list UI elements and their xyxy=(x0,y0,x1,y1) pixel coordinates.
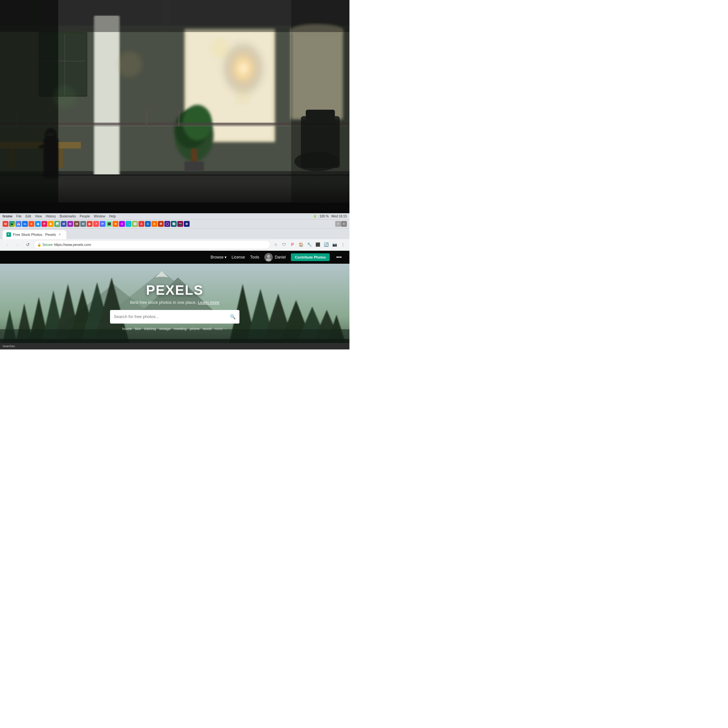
tag-phone[interactable]: phone xyxy=(190,327,200,331)
menu-edit[interactable]: Edit xyxy=(26,214,31,218)
ext15-icon[interactable]: A xyxy=(119,221,125,227)
svg-point-42 xyxy=(54,86,76,108)
address-bar[interactable]: 🔒 Secure https://www.pexels.com xyxy=(34,240,271,249)
more-actions-button[interactable]: ⋮ xyxy=(339,241,347,248)
app-name: hrome xyxy=(3,214,12,218)
ext4-icon[interactable]: ▶ xyxy=(48,221,54,227)
new-tab-icon[interactable]: + xyxy=(335,221,341,227)
nav-bar: ‹ › ↺ 🔒 Secure https://www.pexels.com ☆ … xyxy=(0,239,349,251)
ext18-icon[interactable]: A xyxy=(139,221,144,227)
search-input[interactable] xyxy=(114,314,230,319)
ext7-icon[interactable]: M xyxy=(67,221,73,227)
ext11-icon[interactable]: 〃 xyxy=(93,221,99,227)
menu-view[interactable]: View xyxy=(35,214,42,218)
tag-vintage[interactable]: vintage xyxy=(159,327,171,331)
tag-house[interactable]: house xyxy=(122,327,132,331)
website-content: Browse ▾ License Tools Daniel Contribute… xyxy=(0,251,349,349)
tag-blur[interactable]: blur xyxy=(135,327,141,331)
hero-subtitle: Best free stock photos in one place. Lea… xyxy=(130,300,219,305)
ext17-icon[interactable]: ⬜ xyxy=(132,221,138,227)
gmail-icon[interactable]: M xyxy=(3,221,8,227)
ext22-icon[interactable]: ◯ xyxy=(164,221,170,227)
menu-file[interactable]: File xyxy=(17,214,22,218)
system-status: 🔋 100 % Wed 16:15 xyxy=(313,214,347,218)
ext19-icon[interactable]: A xyxy=(145,221,151,227)
pexels-nav-left: Browse ▾ License Tools xyxy=(6,255,259,260)
browse-menu[interactable]: Browse ▾ xyxy=(211,255,226,260)
ext24-icon[interactable]: 📷 xyxy=(177,221,183,227)
user-name: Daniel xyxy=(275,255,286,260)
menu-help[interactable]: Help xyxy=(109,214,116,218)
pinterest-icon[interactable]: P xyxy=(289,241,297,248)
ext12-icon[interactable]: ⟳ xyxy=(99,221,106,227)
ext23-icon[interactable]: 🔄 xyxy=(171,221,177,227)
contribute-photos-button[interactable]: Contribute Photos xyxy=(291,253,330,261)
svg-rect-47 xyxy=(49,142,58,145)
svg-point-52 xyxy=(267,255,270,258)
svg-rect-43 xyxy=(0,0,349,32)
menu-people[interactable]: People xyxy=(80,214,90,218)
svg-rect-46 xyxy=(48,144,58,160)
ext10-icon[interactable]: ▶ xyxy=(87,221,93,227)
search-box[interactable]: 🔍 xyxy=(110,310,239,324)
more-options-button[interactable]: ••• xyxy=(335,254,343,260)
license-link[interactable]: License xyxy=(232,255,245,260)
taskbar: Searches xyxy=(0,343,349,349)
tab-close-button[interactable]: × xyxy=(57,232,63,237)
forward-button[interactable]: › xyxy=(13,240,22,249)
tag-training[interactable]: training xyxy=(144,327,156,331)
ext13-icon[interactable]: ⬛ xyxy=(106,221,112,227)
search-icon: 🔍 xyxy=(230,314,236,320)
tab-title: Free Stock Photos · Pexels xyxy=(13,232,56,237)
ext6-icon[interactable]: M xyxy=(61,221,67,227)
ext-action5[interactable]: 📷 xyxy=(331,241,338,248)
ext20-icon[interactable]: A xyxy=(151,221,157,227)
ext25-icon[interactable]: ⊕ xyxy=(184,221,190,227)
close-tab-icon[interactable]: × xyxy=(341,221,347,227)
menu-window[interactable]: Window xyxy=(94,214,106,218)
ext9-icon[interactable]: M xyxy=(80,221,86,227)
ext21-icon[interactable]: ⚙ xyxy=(158,221,164,227)
ext1-icon[interactable]: ● xyxy=(29,221,34,227)
tag-wood[interactable]: wood xyxy=(203,327,211,331)
menu-bookmarks[interactable]: Bookmarks xyxy=(60,214,76,218)
svg-rect-27 xyxy=(145,110,148,126)
svg-point-41 xyxy=(235,89,251,105)
secure-label: Secure xyxy=(42,243,53,246)
refresh-button[interactable]: ↺ xyxy=(23,240,32,249)
tools-link[interactable]: Tools xyxy=(250,255,259,260)
shield-icon[interactable]: 🛡 xyxy=(280,241,288,248)
gdrive-icon[interactable]: ▲ xyxy=(9,221,15,227)
ext16-icon[interactable]: 🔧 xyxy=(125,221,132,227)
active-tab[interactable]: P Free Stock Photos · Pexels × xyxy=(3,230,66,239)
taskbar-label: Searches xyxy=(3,344,15,348)
mac-menu-bar: hrome File Edit View History Bookmarks P… xyxy=(0,213,349,220)
learn-more-link[interactable]: Learn more xyxy=(198,300,219,305)
svg-point-40 xyxy=(210,38,230,58)
ext3-icon[interactable]: P xyxy=(41,221,47,227)
nav-actions: ☆ 🛡 P 🏠 🔧 ⬛ 🔄 📷 ⋮ xyxy=(272,241,347,248)
svg-point-45 xyxy=(45,128,57,143)
ext-action4[interactable]: 🔄 xyxy=(322,241,330,248)
ext2-icon[interactable]: ◆ xyxy=(35,221,41,227)
zoom-level: 100 % xyxy=(320,214,329,218)
ext14-icon[interactable]: ★ xyxy=(113,221,118,227)
url-text: https://www.pexels.com xyxy=(54,243,91,246)
user-avatar xyxy=(265,253,273,262)
ext-action2[interactable]: 🔧 xyxy=(306,241,313,248)
ext-action3[interactable]: ⬛ xyxy=(314,241,322,248)
tag-meeting[interactable]: meeting xyxy=(174,327,187,331)
calendar2-icon[interactable]: 31 xyxy=(22,221,28,227)
user-menu[interactable]: Daniel xyxy=(265,253,286,262)
more-tags-link[interactable]: more → xyxy=(214,327,227,331)
site-title: PEXELS xyxy=(146,283,203,298)
menu-history[interactable]: History xyxy=(46,214,56,218)
back-button[interactable]: ‹ xyxy=(3,240,12,249)
ext8-icon[interactable]: M xyxy=(74,221,80,227)
ext5-icon[interactable]: 📊 xyxy=(54,221,60,227)
bookmark-button[interactable]: ☆ xyxy=(272,241,280,248)
svg-rect-22 xyxy=(184,161,204,171)
calendar-icon[interactable]: 📅 xyxy=(15,221,21,227)
ext-action1[interactable]: 🏠 xyxy=(297,241,305,248)
tab-favicon: P xyxy=(6,232,11,237)
